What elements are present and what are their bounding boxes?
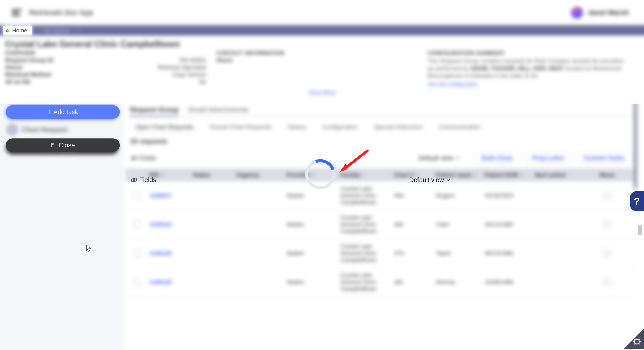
bulk-close-button[interactable]: Bulk Close xyxy=(474,152,520,164)
subtab-open-requests[interactable]: Open Chart Requests xyxy=(130,121,198,133)
overview-heading: OVERVIEW xyxy=(5,50,206,56)
subtab-closed-requests[interactable]: Closed Chart Requests xyxy=(204,121,277,133)
add-task-label: Add task xyxy=(53,108,78,116)
config-heading: CONFIGURATION SUMMARY xyxy=(428,50,629,56)
rid-link[interactable]: 1106017 xyxy=(149,192,172,199)
requests-table: RID Status Urgency Provider Facility Cha… xyxy=(126,169,637,297)
breadcrumb-open-tab[interactable]: My Queue xyxy=(39,26,74,34)
help-icon: ? xyxy=(634,195,640,207)
contact-heading: CONTACT INFORMATION xyxy=(216,50,418,56)
row-menu[interactable]: ••• xyxy=(602,219,612,229)
svg-rect-6 xyxy=(52,144,53,145)
show-more-button[interactable]: Show More xyxy=(304,89,340,96)
sort-icon[interactable] xyxy=(362,173,365,177)
user-avatar[interactable] xyxy=(571,7,583,18)
fields-label: Fields xyxy=(139,176,156,184)
row-menu[interactable]: ••• xyxy=(602,277,612,287)
subtab-special-instruction[interactable]: Special Instruction xyxy=(369,121,428,133)
tab-request-group[interactable]: Request Group xyxy=(130,106,178,116)
eye-off-icon xyxy=(131,156,137,160)
subtab-communication[interactable]: Communication xyxy=(434,121,486,133)
settings-corner[interactable] xyxy=(624,329,644,350)
prep-letter-button[interactable]: Prep Letter xyxy=(525,152,572,164)
table-row: 1106129 Maden Crystal Lake General Clini… xyxy=(126,268,637,297)
rid-link[interactable]: 1106124 xyxy=(149,221,172,228)
row-checkbox[interactable] xyxy=(133,192,140,199)
breadcrumb-home-sharp[interactable]: Home xyxy=(3,26,32,34)
eye-off-icon xyxy=(131,178,137,182)
breadcrumb-home-label: Home xyxy=(12,27,27,34)
rid-link[interactable]: 1106128 xyxy=(149,250,172,257)
view-selector[interactable]: Default view xyxy=(409,176,451,184)
table-row: 1106017 Maden Crystal Lake General Clini… xyxy=(126,181,637,210)
menu-hamburger[interactable] xyxy=(12,7,22,18)
chevron-down-icon xyxy=(446,178,451,182)
row-checkbox[interactable] xyxy=(133,278,140,286)
config-full-link[interactable]: See full configuration xyxy=(428,81,478,87)
close-label: Close xyxy=(58,142,75,149)
row-checkbox[interactable] xyxy=(133,221,140,228)
flag-icon xyxy=(50,143,56,148)
app-title: Retrievals Dev App xyxy=(29,8,93,16)
plus-icon xyxy=(47,109,52,114)
svg-rect-7 xyxy=(53,144,54,145)
fields-toggle[interactable]: Fields xyxy=(131,176,156,184)
table-row: 1106124 Maden Crystal Lake General Clini… xyxy=(126,210,637,239)
svg-rect-5 xyxy=(53,144,54,144)
row-menu[interactable]: ••• xyxy=(602,190,612,200)
user-name: Janet Marsh xyxy=(588,8,629,16)
config-summary-text: This Request Group contains requests for… xyxy=(428,57,629,79)
loading-spinner xyxy=(305,159,336,189)
row-checkbox[interactable] xyxy=(133,249,140,257)
subtab-history[interactable]: History xyxy=(282,121,311,133)
help-button[interactable]: ? xyxy=(630,191,644,211)
sort-icon[interactable] xyxy=(520,173,523,177)
rid-link[interactable]: 1106129 xyxy=(149,279,172,285)
home-icon xyxy=(6,28,10,32)
page-title: Crystal Lake General Clinic Campbelltown xyxy=(5,39,639,49)
add-task-button[interactable]: Add task xyxy=(6,105,120,119)
side-panel-handle[interactable] xyxy=(638,225,642,235)
view-selector-under[interactable]: Default view xyxy=(418,155,460,162)
subtab-configuration[interactable]: Configuration xyxy=(317,121,363,133)
tab-email-attachments[interactable]: Email Attachments xyxy=(189,106,249,115)
custom-tasks-button[interactable]: Custom Tasks xyxy=(576,152,632,164)
row-menu[interactable]: ••• xyxy=(602,248,612,258)
breadcrumb-tab-close[interactable]: × xyxy=(74,26,82,34)
request-count: 20 requests xyxy=(130,138,637,145)
table-header-row: RID Status Urgency Provider Facility Cha… xyxy=(126,169,637,181)
sort-icon[interactable] xyxy=(161,173,164,177)
table-row: 1106128 Maden Crystal Lake General Clini… xyxy=(126,239,637,268)
close-button[interactable]: Close xyxy=(6,138,120,152)
breadcrumb-bar: Home My Queue × xyxy=(0,25,644,35)
sort-icon[interactable] xyxy=(474,173,477,177)
chevron-down-icon xyxy=(455,156,460,160)
svg-rect-2 xyxy=(52,143,52,147)
svg-rect-4 xyxy=(52,144,53,144)
view-selector-label: Default view xyxy=(409,176,444,184)
fields-toggle-under[interactable]: Fields xyxy=(131,155,156,162)
